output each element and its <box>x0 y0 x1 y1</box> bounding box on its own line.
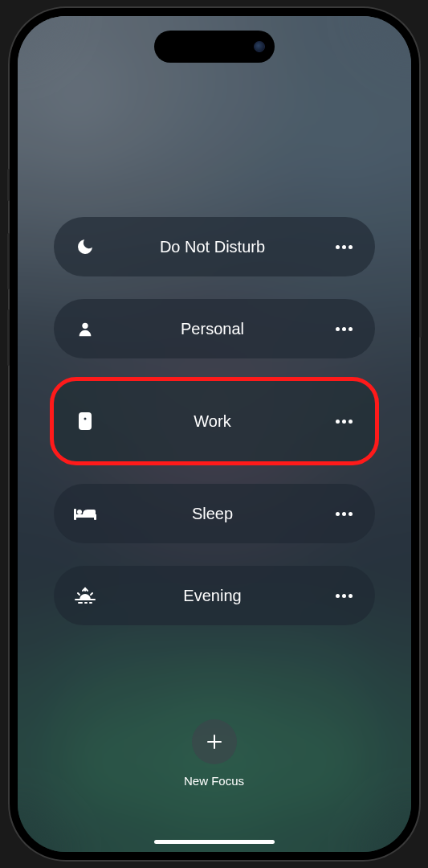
front-camera <box>254 41 265 52</box>
mute-switch <box>7 169 10 201</box>
focus-label: Personal <box>97 320 328 338</box>
bed-icon <box>73 502 97 526</box>
badge-icon <box>73 409 97 433</box>
svg-point-0 <box>82 323 88 329</box>
more-button-work[interactable] <box>328 420 353 424</box>
person-icon <box>73 317 97 341</box>
svg-point-2 <box>83 417 87 421</box>
ellipsis-icon <box>336 420 353 424</box>
phone-frame: Do Not Disturb Personal <box>10 8 419 860</box>
more-button-personal[interactable] <box>328 327 353 331</box>
volume-down-button <box>7 309 10 366</box>
focus-item-sleep[interactable]: Sleep <box>54 484 375 543</box>
power-button <box>419 249 422 338</box>
focus-item-work[interactable]: Work <box>54 381 375 461</box>
sunset-icon <box>73 583 97 608</box>
more-button-dnd[interactable] <box>328 245 353 249</box>
more-button-sleep[interactable] <box>328 512 353 516</box>
volume-up-button <box>7 233 10 289</box>
ellipsis-icon <box>336 245 353 249</box>
svg-rect-3 <box>82 423 88 424</box>
new-focus-area: New Focus <box>54 719 375 788</box>
focus-mode-list: Do Not Disturb Personal <box>54 217 375 625</box>
svg-rect-4 <box>83 425 88 427</box>
focus-label: Evening <box>97 587 328 605</box>
moon-icon <box>73 235 97 259</box>
svg-rect-7 <box>94 514 96 520</box>
new-focus-button[interactable] <box>192 719 237 764</box>
focus-item-evening[interactable]: Evening <box>54 566 375 625</box>
ellipsis-icon <box>336 594 353 598</box>
svg-point-8 <box>77 510 82 514</box>
svg-rect-6 <box>74 514 96 518</box>
focus-label: Work <box>97 412 328 431</box>
ellipsis-icon <box>336 512 353 516</box>
ellipsis-icon <box>336 327 353 331</box>
focus-label: Do Not Disturb <box>97 238 328 256</box>
focus-label: Sleep <box>97 505 328 523</box>
home-indicator[interactable] <box>154 840 275 844</box>
more-button-evening[interactable] <box>328 594 353 598</box>
new-focus-label: New Focus <box>184 774 244 788</box>
screen: Do Not Disturb Personal <box>18 16 411 852</box>
dynamic-island <box>154 31 275 63</box>
focus-item-personal[interactable]: Personal <box>54 299 375 358</box>
plus-icon <box>205 732 224 751</box>
focus-item-do-not-disturb[interactable]: Do Not Disturb <box>54 217 375 276</box>
